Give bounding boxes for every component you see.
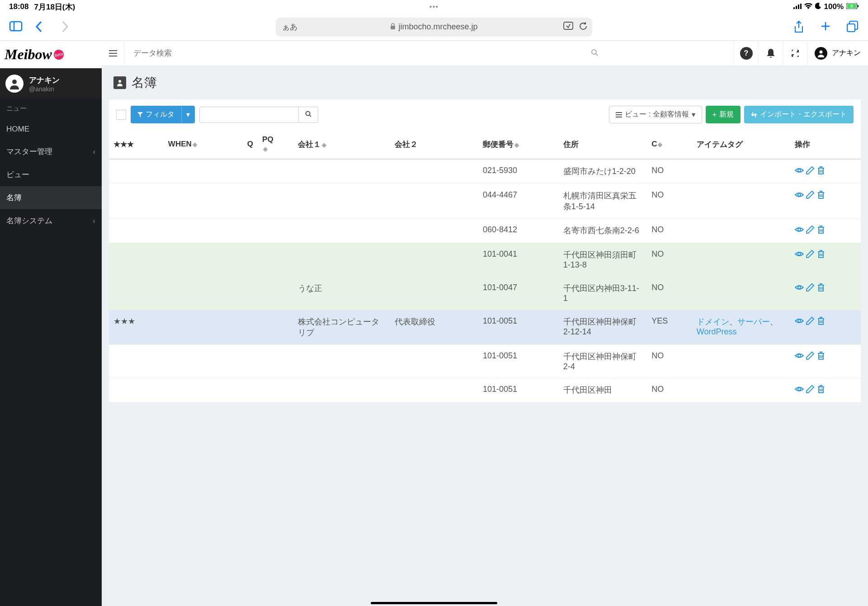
cell-star: [109, 184, 164, 219]
edit-icon[interactable]: [806, 225, 815, 236]
view-icon[interactable]: [795, 351, 804, 362]
view-icon[interactable]: [795, 316, 804, 328]
forward-icon: [61, 21, 74, 33]
delete-icon[interactable]: [816, 249, 826, 261]
url-text: jimbocho.mrcheese.jp: [398, 22, 477, 32]
svg-rect-9: [391, 26, 395, 29]
edit-icon[interactable]: [806, 249, 815, 261]
view-icon[interactable]: [795, 249, 804, 261]
import-export-button[interactable]: インポート・エクスポート: [744, 106, 854, 123]
help-button[interactable]: ?: [734, 41, 758, 66]
edit-icon[interactable]: [806, 385, 815, 396]
table-row[interactable]: 060-8412 名寄市西七条南2-2-6 NO: [109, 219, 861, 243]
col-pq[interactable]: PQ◆: [258, 130, 293, 159]
reload-icon[interactable]: [579, 22, 588, 33]
col-when[interactable]: WHEN◆: [164, 130, 231, 159]
sidebar-toggle-icon[interactable]: [9, 21, 22, 33]
view-icon[interactable]: [795, 166, 804, 177]
new-tab-icon[interactable]: [820, 21, 833, 33]
table-row[interactable]: 101-0051 千代田区神田 NO: [109, 378, 861, 403]
app-logo[interactable]: Meibow Beta: [0, 41, 102, 68]
filter-dropdown-button[interactable]: ▾: [181, 106, 195, 123]
tabs-icon[interactable]: [846, 21, 859, 33]
sidebar-item-view[interactable]: ビュー: [0, 163, 102, 186]
tag-link[interactable]: ドメイン: [697, 317, 729, 326]
cell-postal: 021-5930: [478, 159, 559, 184]
table-row[interactable]: 021-5930 盛岡市みたけ1-2-20 NO: [109, 159, 861, 184]
tag-link[interactable]: サーバー: [737, 317, 770, 326]
sidebar-item-meibo-system[interactable]: 名簿システム‹: [0, 209, 102, 232]
notifications-button[interactable]: [758, 41, 783, 66]
home-indicator[interactable]: [371, 602, 497, 604]
table-row[interactable]: ★★★ 株式会社コンピュータリブ 代表取締役 101-0051 千代田区神田神保…: [109, 310, 861, 345]
delete-icon[interactable]: [816, 166, 826, 177]
table-search-button[interactable]: [299, 107, 318, 123]
share-icon[interactable]: [794, 21, 807, 33]
col-company1[interactable]: 会社１◆: [293, 130, 390, 159]
edit-icon[interactable]: [806, 351, 815, 362]
delete-icon[interactable]: [816, 283, 826, 294]
hamburger-button[interactable]: [102, 41, 124, 66]
cell-tags: [692, 219, 790, 243]
svg-point-34: [798, 388, 801, 390]
table-row[interactable]: うな正 101-0047 千代田区内神田3-11-1 NO: [109, 277, 861, 310]
col-company2[interactable]: 会社２: [390, 130, 478, 159]
view-icon[interactable]: [795, 225, 804, 236]
col-star[interactable]: ★★★: [109, 130, 164, 159]
chevron-left-icon: ‹: [93, 147, 95, 156]
sidebar-item-home[interactable]: HOME: [0, 118, 102, 140]
cell-when: [164, 310, 231, 345]
table-row[interactable]: 101-0051 千代田区神田神保町2-4 NO: [109, 345, 861, 378]
new-button[interactable]: +新規: [706, 106, 741, 123]
cell-star: [109, 277, 164, 310]
sidebar-item-master[interactable]: マスター管理‹: [0, 140, 102, 163]
refresh-button[interactable]: [783, 41, 807, 66]
delete-icon[interactable]: [816, 316, 826, 328]
table-search-input[interactable]: [199, 107, 299, 123]
filter-button[interactable]: フィルタ: [131, 106, 181, 123]
cell-address: 千代田区内神田3-11-1: [559, 277, 647, 310]
delete-icon[interactable]: [816, 351, 826, 362]
select-all-checkbox[interactable]: [116, 110, 126, 120]
col-postal[interactable]: 郵便番号◆: [478, 130, 559, 159]
global-search[interactable]: [124, 49, 734, 58]
sidebar-user-panel[interactable]: アナキン @anakin: [0, 68, 102, 99]
view-icon[interactable]: [795, 385, 804, 396]
edit-icon[interactable]: [806, 316, 815, 328]
cell-address: 千代田区神田須田町1-13-8: [559, 243, 647, 277]
cell-postal: 101-0051: [478, 310, 559, 345]
svg-point-31: [798, 286, 801, 289]
table-row[interactable]: 101-0041 千代田区神田須田町1-13-8 NO: [109, 243, 861, 277]
svg-point-32: [798, 319, 801, 322]
cell-q: [231, 184, 258, 219]
sidebar-item-meibo[interactable]: 名簿: [0, 186, 102, 209]
delete-icon[interactable]: [816, 190, 826, 202]
cell-company2: [390, 345, 478, 378]
extension-icon[interactable]: [563, 22, 573, 33]
user-menu[interactable]: アナキン: [807, 41, 868, 66]
cell-star: [109, 345, 164, 378]
col-q[interactable]: Q: [231, 130, 258, 159]
text-size-button[interactable]: ぁあ: [282, 22, 297, 32]
back-icon[interactable]: [35, 21, 48, 33]
search-input[interactable]: [133, 49, 725, 58]
tag-link[interactable]: WordPress: [697, 327, 737, 336]
search-icon[interactable]: [591, 49, 598, 58]
delete-icon[interactable]: [816, 385, 826, 396]
address-bar[interactable]: ぁあ jimbocho.mrcheese.jp: [276, 18, 592, 37]
col-address[interactable]: 住所: [559, 130, 647, 159]
col-actions: 操作: [790, 130, 861, 159]
ios-status-bar: 18:08 7月18日(木) ••• 100%: [0, 0, 868, 14]
table-row[interactable]: 044-4467 札幌市清田区真栄五条1-5-14 NO: [109, 184, 861, 219]
col-c[interactable]: C◆: [647, 130, 692, 159]
view-icon[interactable]: [795, 283, 804, 294]
edit-icon[interactable]: [806, 190, 815, 202]
svg-point-28: [798, 193, 801, 196]
view-icon[interactable]: [795, 190, 804, 202]
view-selector-button[interactable]: ビュー : 全顧客情報 ▾: [609, 106, 702, 123]
edit-icon[interactable]: [806, 166, 815, 177]
col-tags[interactable]: アイテムタグ: [692, 130, 790, 159]
edit-icon[interactable]: [806, 283, 815, 294]
multitask-dots[interactable]: •••: [429, 3, 439, 10]
delete-icon[interactable]: [816, 225, 826, 236]
